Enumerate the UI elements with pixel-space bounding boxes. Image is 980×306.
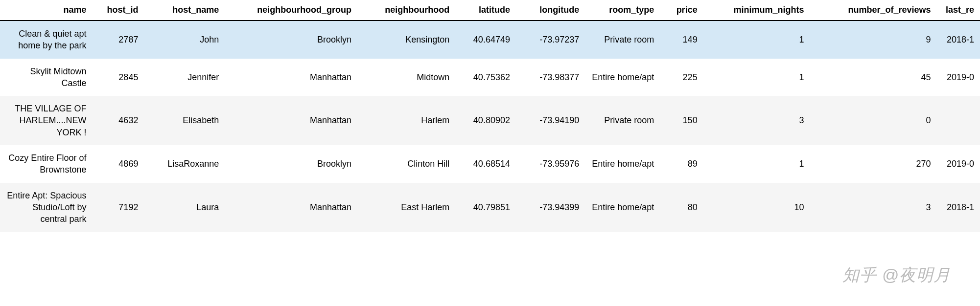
cell-latitude: 40.64749 (455, 21, 516, 59)
dataframe-table: namehost_idhost_nameneighbourhood_groupn… (0, 0, 980, 232)
column-header-latitude[interactable]: latitude (455, 0, 516, 21)
table-body: Clean & quiet apt home by the park2787Jo… (0, 21, 980, 232)
cell-room_type: Entire home/apt (585, 59, 660, 96)
column-header-room_type[interactable]: room_type (585, 0, 660, 21)
cell-minimum_nights: 10 (703, 183, 810, 232)
cell-neighbourhood: Midtown (357, 59, 455, 96)
cell-minimum_nights: 1 (703, 21, 810, 59)
cell-neighbourhood_group: Brooklyn (225, 145, 357, 183)
cell-number_of_reviews: 0 (810, 96, 937, 145)
table-row[interactable]: Cozy Entire Floor of Brownstone4869LisaR… (0, 145, 980, 183)
cell-minimum_nights: 1 (703, 59, 810, 96)
cell-number_of_reviews: 45 (810, 59, 937, 96)
table-row[interactable]: THE VILLAGE OF HARLEM....NEW YORK !4632E… (0, 96, 980, 145)
table-header-row: namehost_idhost_nameneighbourhood_groupn… (0, 0, 980, 21)
cell-last_review: 2018-1 (937, 183, 980, 232)
cell-last_review: 2019-0 (937, 145, 980, 183)
column-header-longitude[interactable]: longitude (516, 0, 585, 21)
cell-host_id: 7192 (92, 183, 144, 232)
table-row[interactable]: Entire Apt: Spacious Studio/Loft by cent… (0, 183, 980, 232)
cell-host_id: 4869 (92, 145, 144, 183)
cell-neighbourhood: Clinton Hill (357, 145, 455, 183)
cell-neighbourhood_group: Brooklyn (225, 21, 357, 59)
column-header-neighbourhood[interactable]: neighbourhood (357, 0, 455, 21)
table-row[interactable]: Clean & quiet apt home by the park2787Jo… (0, 21, 980, 59)
cell-price: 80 (660, 183, 703, 232)
cell-number_of_reviews: 3 (810, 183, 937, 232)
cell-host_id: 2787 (92, 21, 144, 59)
column-header-neighbourhood_group[interactable]: neighbourhood_group (225, 0, 357, 21)
cell-price: 150 (660, 96, 703, 145)
cell-room_type: Entire home/apt (585, 145, 660, 183)
cell-neighbourhood: Kensington (357, 21, 455, 59)
cell-last_review: 2018-1 (937, 21, 980, 59)
cell-latitude: 40.80902 (455, 96, 516, 145)
column-header-host_id[interactable]: host_id (92, 0, 144, 21)
cell-name: THE VILLAGE OF HARLEM....NEW YORK ! (0, 96, 92, 145)
column-header-price[interactable]: price (660, 0, 703, 21)
cell-neighbourhood: Harlem (357, 96, 455, 145)
dataframe-table-container: namehost_idhost_nameneighbourhood_groupn… (0, 0, 980, 232)
cell-price: 89 (660, 145, 703, 183)
cell-name: Skylit Midtown Castle (0, 59, 92, 96)
cell-longitude: -73.98377 (516, 59, 585, 96)
cell-room_type: Entire home/apt (585, 183, 660, 232)
cell-host_name: Elisabeth (144, 96, 225, 145)
cell-neighbourhood_group: Manhattan (225, 59, 357, 96)
cell-neighbourhood: East Harlem (357, 183, 455, 232)
table-row[interactable]: Skylit Midtown Castle2845JenniferManhatt… (0, 59, 980, 96)
cell-name: Entire Apt: Spacious Studio/Loft by cent… (0, 183, 92, 232)
cell-minimum_nights: 3 (703, 96, 810, 145)
cell-host_name: Laura (144, 183, 225, 232)
cell-last_review: 2019-0 (937, 59, 980, 96)
column-header-last_review[interactable]: last_re (937, 0, 980, 21)
column-header-name[interactable]: name (0, 0, 92, 21)
cell-host_name: John (144, 21, 225, 59)
cell-name: Clean & quiet apt home by the park (0, 21, 92, 59)
cell-latitude: 40.75362 (455, 59, 516, 96)
cell-neighbourhood_group: Manhattan (225, 96, 357, 145)
cell-host_id: 4632 (92, 96, 144, 145)
cell-latitude: 40.68514 (455, 145, 516, 183)
cell-last_review (937, 96, 980, 145)
cell-host_id: 2845 (92, 59, 144, 96)
cell-number_of_reviews: 270 (810, 145, 937, 183)
cell-host_name: LisaRoxanne (144, 145, 225, 183)
cell-number_of_reviews: 9 (810, 21, 937, 59)
cell-latitude: 40.79851 (455, 183, 516, 232)
cell-neighbourhood_group: Manhattan (225, 183, 357, 232)
column-header-host_name[interactable]: host_name (144, 0, 225, 21)
cell-host_name: Jennifer (144, 59, 225, 96)
cell-room_type: Private room (585, 96, 660, 145)
cell-room_type: Private room (585, 21, 660, 59)
column-header-number_of_reviews[interactable]: number_of_reviews (810, 0, 937, 21)
cell-longitude: -73.94190 (516, 96, 585, 145)
cell-minimum_nights: 1 (703, 145, 810, 183)
column-header-minimum_nights[interactable]: minimum_nights (703, 0, 810, 21)
cell-name: Cozy Entire Floor of Brownstone (0, 145, 92, 183)
cell-longitude: -73.94399 (516, 183, 585, 232)
cell-price: 149 (660, 21, 703, 59)
cell-longitude: -73.97237 (516, 21, 585, 59)
cell-longitude: -73.95976 (516, 145, 585, 183)
cell-price: 225 (660, 59, 703, 96)
